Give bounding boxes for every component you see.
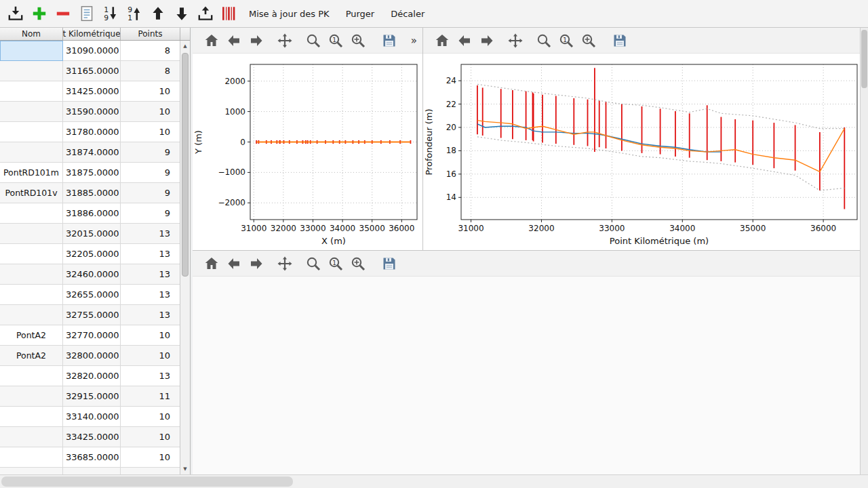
table-row[interactable]: PontRD101v31885.00009 — [0, 183, 180, 203]
cell-points[interactable]: 13 — [121, 224, 180, 244]
horizontal-scrollbar[interactable] — [0, 474, 868, 488]
cell-pk[interactable]: 31780.0000 — [63, 122, 121, 142]
save-icon[interactable] — [381, 256, 397, 272]
column-header-points[interactable]: Points — [121, 28, 180, 40]
table-row[interactable]: 32915.000011 — [0, 386, 180, 407]
sort-asc-icon[interactable]: 91 — [125, 5, 143, 22]
table-row[interactable]: 31425.000010 — [0, 81, 180, 102]
cell-nom[interactable] — [0, 468, 63, 474]
xy-plot-canvas[interactable]: 310003200033000340003500036000200010000−… — [193, 54, 422, 250]
cell-nom[interactable] — [0, 122, 63, 142]
cell-points[interactable]: 10 — [121, 447, 180, 468]
cell-points[interactable]: 13 — [121, 366, 180, 386]
empty-plot-canvas[interactable] — [193, 277, 860, 474]
column-header-pk[interactable]: t Kilométrique — [63, 28, 121, 40]
back-icon[interactable] — [226, 256, 242, 272]
pan-icon[interactable] — [277, 33, 293, 49]
cell-points[interactable]: 9 — [121, 163, 180, 183]
cell-pk[interactable]: 31590.0000 — [63, 102, 121, 122]
table-row[interactable]: 31165.00008 — [0, 61, 180, 81]
cell-pk[interactable]: 32015.0000 — [63, 224, 121, 244]
cell-points[interactable]: 13 — [121, 264, 180, 285]
home-icon[interactable] — [203, 33, 220, 49]
add-icon[interactable] — [31, 5, 48, 22]
right-scrollbar-thumb[interactable] — [861, 30, 867, 88]
cell-points[interactable]: 9 — [121, 203, 180, 224]
cell-points[interactable]: 11 — [121, 386, 180, 407]
back-icon[interactable] — [456, 33, 473, 49]
cell-pk[interactable]: 32770.0000 — [63, 325, 121, 346]
cell-points[interactable]: 13 — [121, 285, 180, 305]
cell-pk[interactable]: 31885.0000 — [63, 183, 121, 203]
cell-nom[interactable] — [0, 427, 63, 447]
cell-points[interactable]: 13 — [121, 305, 180, 325]
cell-pk[interactable]: 33685.0000 — [63, 447, 121, 468]
cell-pk[interactable]: 31874.0000 — [63, 142, 121, 163]
table-row[interactable]: 31886.00009 — [0, 203, 180, 224]
zoom-one-icon[interactable]: 1 — [558, 33, 574, 49]
save-icon[interactable] — [612, 33, 628, 49]
update-pk-button[interactable]: Mise à jour des PK — [243, 5, 335, 22]
cell-pk[interactable]: 33425.0000 — [63, 427, 121, 447]
forward-icon[interactable] — [248, 33, 264, 49]
cell-nom[interactable]: PontA2 — [0, 346, 63, 366]
profile-plot-canvas[interactable]: 3100032000330003400035000360001416182022… — [423, 54, 860, 250]
zoom-rect-icon[interactable] — [350, 33, 366, 49]
cell-points[interactable]: 10 — [121, 468, 180, 474]
barcode-icon[interactable] — [220, 5, 238, 22]
shift-button[interactable]: Décaler — [385, 5, 430, 22]
cell-nom[interactable] — [0, 407, 63, 427]
cell-pk[interactable]: 32755.0000 — [63, 305, 121, 325]
move-up-icon[interactable] — [149, 5, 167, 22]
cell-pk[interactable]: 31425.0000 — [63, 81, 121, 102]
table-scrollbar-thumb[interactable] — [182, 53, 189, 277]
cell-nom[interactable] — [0, 203, 63, 224]
table-row[interactable]: 33900.000010 — [0, 468, 180, 474]
cell-pk[interactable]: 31875.0000 — [63, 163, 121, 183]
sort-desc-icon[interactable]: 19 — [102, 5, 119, 22]
column-header-nom[interactable]: Nom — [0, 28, 63, 40]
cell-points[interactable]: 8 — [121, 41, 180, 61]
table-row[interactable]: 31780.000010 — [0, 122, 180, 142]
table-row[interactable]: 32205.000013 — [0, 244, 180, 264]
table-row[interactable]: PontA232800.000010 — [0, 346, 180, 366]
forward-icon[interactable] — [248, 256, 264, 272]
pan-icon[interactable] — [277, 256, 293, 272]
table-row[interactable]: 31090.00008 — [0, 41, 180, 61]
table-row[interactable]: 33685.000010 — [0, 447, 180, 468]
table-row[interactable]: PontRD101m31875.00009 — [0, 163, 180, 183]
scroll-down-icon[interactable]: ▼ — [180, 464, 190, 474]
cell-nom[interactable] — [0, 81, 63, 102]
table-row[interactable]: 33425.000010 — [0, 427, 180, 447]
zoom-icon[interactable] — [305, 33, 321, 49]
cell-points[interactable]: 10 — [121, 346, 180, 366]
cell-nom[interactable]: PontA2 — [0, 325, 63, 346]
cell-pk[interactable]: 31090.0000 — [63, 41, 121, 61]
purge-button[interactable]: Purger — [340, 5, 380, 22]
zoom-rect-icon[interactable] — [350, 256, 366, 272]
cell-pk[interactable]: 32800.0000 — [63, 346, 121, 366]
cell-nom[interactable] — [0, 102, 63, 122]
zoom-rect-icon[interactable] — [580, 33, 597, 49]
cell-nom[interactable] — [0, 305, 63, 325]
table-row[interactable]: 31874.00009 — [0, 142, 180, 163]
cell-points[interactable]: 8 — [121, 61, 180, 81]
cell-pk[interactable]: 33900.0000 — [63, 468, 121, 474]
back-icon[interactable] — [226, 33, 242, 49]
save-icon[interactable] — [381, 33, 397, 49]
right-scrollbar[interactable] — [860, 28, 868, 474]
scroll-up-icon[interactable]: ▲ — [180, 41, 190, 51]
cell-points[interactable]: 13 — [121, 244, 180, 264]
cell-points[interactable]: 10 — [121, 427, 180, 447]
zoom-one-icon[interactable]: 1 — [328, 256, 344, 272]
home-icon[interactable] — [203, 256, 220, 272]
cell-points[interactable]: 10 — [121, 407, 180, 427]
table-row[interactable]: 32755.000013 — [0, 305, 180, 325]
cell-pk[interactable]: 31165.0000 — [63, 61, 121, 81]
edit-icon[interactable] — [78, 5, 96, 22]
table-scrollbar[interactable]: ▲ ▼ — [180, 41, 190, 474]
cell-nom[interactable] — [0, 244, 63, 264]
remove-icon[interactable] — [54, 5, 72, 22]
cell-nom[interactable] — [0, 366, 63, 386]
zoom-one-icon[interactable]: 1 — [328, 33, 344, 49]
